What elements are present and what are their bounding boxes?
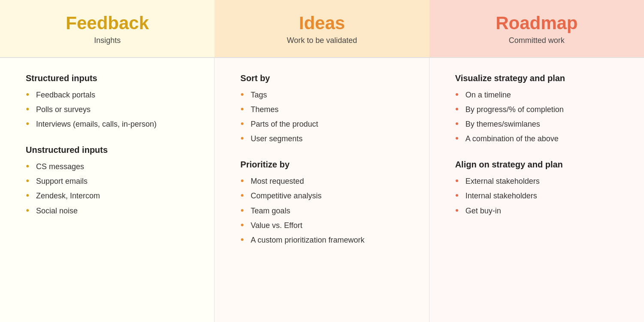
- list-item: Social noise: [26, 205, 193, 216]
- list-item: On a timeline: [455, 89, 623, 100]
- list-item: Internal stakeholders: [455, 190, 623, 201]
- list-item: Polls or surveys: [26, 104, 193, 115]
- ideas-title: Ideas: [223, 13, 420, 33]
- list-item: User segments: [240, 133, 407, 144]
- list-item: Most requested: [240, 176, 407, 187]
- structured-inputs-list: Feedback portals Polls or surveys Interv…: [26, 89, 193, 130]
- unstructured-inputs-heading: Unstructured inputs: [26, 145, 193, 155]
- list-item: Themes: [240, 104, 407, 115]
- main-container: Feedback Insights Structured inputs Feed…: [0, 0, 644, 322]
- feedback-column: Feedback Insights Structured inputs Feed…: [0, 0, 215, 322]
- unstructured-inputs-list: CS messages Support emails Zendesk, Inte…: [26, 161, 193, 216]
- prioritize-by-section: Prioritize by Most requested Competitive…: [240, 160, 407, 245]
- visualize-section: Visualize strategy and plan On a timelin…: [455, 73, 623, 144]
- ideas-subtitle: Work to be validated: [223, 36, 420, 45]
- list-item: Team goals: [240, 205, 407, 216]
- list-item: By progress/% of completion: [455, 104, 623, 115]
- structured-inputs-heading: Structured inputs: [26, 73, 193, 83]
- list-item: A custom prioritization framework: [240, 234, 407, 246]
- prioritize-by-list: Most requested Competitive analysis Team…: [240, 176, 407, 245]
- list-item: Competitive analysis: [240, 190, 407, 201]
- roadmap-column: Roadmap Committed work Visualize strateg…: [429, 0, 644, 322]
- align-section: Align on strategy and plan External stak…: [455, 160, 623, 216]
- ideas-header: Ideas Work to be validated: [215, 0, 429, 58]
- prioritize-by-heading: Prioritize by: [240, 160, 407, 170]
- list-item: Get buy-in: [455, 205, 623, 216]
- list-item: Tags: [240, 89, 407, 100]
- sort-by-list: Tags Themes Parts of the product User se…: [240, 89, 407, 144]
- unstructured-inputs-section: Unstructured inputs CS messages Support …: [26, 145, 193, 216]
- ideas-body: Sort by Tags Themes Parts of the product…: [215, 58, 429, 322]
- list-item: Feedback portals: [26, 89, 193, 100]
- sort-by-heading: Sort by: [240, 73, 407, 83]
- roadmap-title: Roadmap: [438, 13, 635, 33]
- sort-by-section: Sort by Tags Themes Parts of the product…: [240, 73, 407, 144]
- feedback-header: Feedback Insights: [0, 0, 215, 58]
- list-item: Zendesk, Intercom: [26, 190, 193, 201]
- roadmap-body: Visualize strategy and plan On a timelin…: [429, 58, 644, 322]
- list-item: Interviews (emails, calls, in-person): [26, 118, 193, 130]
- feedback-body: Structured inputs Feedback portals Polls…: [0, 58, 215, 322]
- ideas-column: Ideas Work to be validated Sort by Tags …: [215, 0, 429, 322]
- list-item: External stakeholders: [455, 176, 623, 187]
- visualize-list: On a timeline By progress/% of completio…: [455, 89, 623, 144]
- list-item: By themes/swimlanes: [455, 118, 623, 130]
- list-item: Parts of the product: [240, 118, 407, 130]
- list-item: Value vs. Effort: [240, 220, 407, 231]
- feedback-title: Feedback: [9, 13, 206, 33]
- visualize-heading: Visualize strategy and plan: [455, 73, 623, 83]
- list-item: A combination of the above: [455, 133, 623, 144]
- align-list: External stakeholders Internal stakehold…: [455, 176, 623, 216]
- structured-inputs-section: Structured inputs Feedback portals Polls…: [26, 73, 193, 130]
- list-item: Support emails: [26, 176, 193, 187]
- roadmap-subtitle: Committed work: [438, 36, 635, 45]
- list-item: CS messages: [26, 161, 193, 172]
- align-heading: Align on strategy and plan: [455, 160, 623, 170]
- roadmap-header: Roadmap Committed work: [429, 0, 644, 58]
- feedback-subtitle: Insights: [9, 36, 206, 45]
